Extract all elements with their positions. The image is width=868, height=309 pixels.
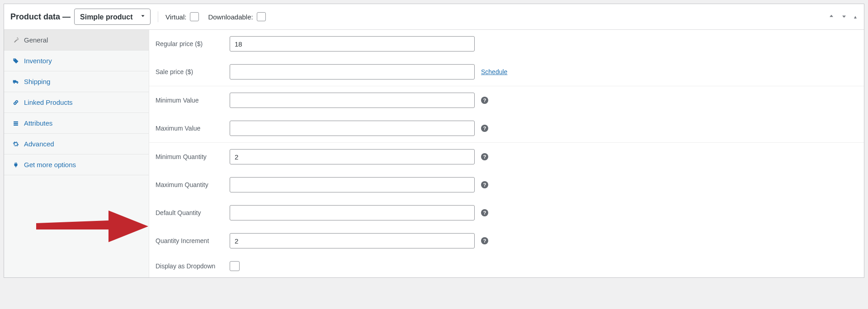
min-value-input[interactable] bbox=[230, 93, 475, 108]
max-value-row: Maximum Value ? bbox=[149, 114, 864, 142]
help-icon[interactable]: ? bbox=[481, 125, 488, 132]
virtual-checkbox[interactable] bbox=[190, 12, 199, 21]
tab-inventory[interactable]: Inventory bbox=[4, 51, 149, 71]
tab-get-more-options[interactable]: Get more options bbox=[4, 154, 149, 175]
move-up-icon[interactable] bbox=[828, 13, 835, 21]
product-data-panel: Product data — Simple product Virtual: D… bbox=[4, 4, 864, 278]
tab-linked-products[interactable]: Linked Products bbox=[4, 92, 149, 113]
virtual-label: Virtual: bbox=[165, 13, 186, 21]
tag-icon bbox=[12, 57, 19, 65]
move-down-icon[interactable] bbox=[840, 13, 848, 21]
regular-price-input[interactable] bbox=[230, 36, 475, 52]
qty-increment-row: Quantity Increment ? bbox=[149, 227, 864, 255]
tab-label: Linked Products bbox=[24, 98, 73, 106]
min-qty-input[interactable] bbox=[230, 149, 475, 164]
list-icon bbox=[12, 120, 19, 127]
downloadable-checkbox[interactable] bbox=[257, 12, 266, 21]
schedule-link[interactable]: Schedule bbox=[481, 68, 507, 75]
regular-price-row: Regular price ($) bbox=[149, 30, 864, 58]
help-icon[interactable]: ? bbox=[481, 153, 488, 160]
default-qty-input[interactable] bbox=[230, 205, 475, 220]
panel-header: Product data — Simple product Virtual: D… bbox=[4, 4, 864, 30]
link-icon bbox=[12, 99, 19, 106]
sale-price-input[interactable] bbox=[230, 64, 475, 80]
min-value-row: Minimum Value ? bbox=[149, 86, 864, 114]
field-label: Default Quantity bbox=[156, 209, 230, 216]
max-value-input[interactable] bbox=[230, 121, 475, 136]
display-dropdown-checkbox[interactable] bbox=[230, 261, 240, 271]
qty-increment-input[interactable] bbox=[230, 233, 475, 248]
tab-label: Attributes bbox=[24, 119, 52, 127]
min-qty-row: Minimum Quantity ? bbox=[149, 143, 864, 171]
sale-price-row: Sale price ($) Schedule bbox=[149, 58, 864, 86]
field-label: Maximum Value bbox=[156, 125, 230, 132]
wrench-icon bbox=[12, 37, 19, 44]
product-type-select[interactable]: Simple product bbox=[74, 9, 151, 25]
default-qty-row: Default Quantity ? bbox=[149, 199, 864, 227]
tab-general[interactable]: General bbox=[4, 30, 149, 51]
field-label: Sale price ($) bbox=[156, 68, 230, 75]
tab-attributes[interactable]: Attributes bbox=[4, 113, 149, 134]
max-qty-row: Maximum Quantity ? bbox=[149, 171, 864, 199]
field-label: Maximum Quantity bbox=[156, 181, 230, 188]
display-dropdown-row: Display as Dropdown bbox=[149, 255, 864, 277]
help-icon[interactable]: ? bbox=[481, 237, 488, 244]
help-icon[interactable]: ? bbox=[481, 209, 488, 216]
product-data-tabs: General Inventory Shipping Linked Produc… bbox=[4, 30, 149, 277]
tab-shipping[interactable]: Shipping bbox=[4, 71, 149, 92]
tab-label: General bbox=[24, 36, 48, 44]
tab-label: Get more options bbox=[24, 161, 76, 169]
help-icon[interactable]: ? bbox=[481, 181, 488, 188]
tab-label: Shipping bbox=[24, 78, 50, 85]
help-icon[interactable]: ? bbox=[481, 97, 488, 104]
collapse-toggle-icon[interactable]: ▲ bbox=[853, 14, 858, 19]
tab-label: Inventory bbox=[24, 57, 52, 65]
field-label: Display as Dropdown bbox=[156, 262, 230, 270]
general-tab-content: Regular price ($) Sale price ($) Schedul… bbox=[149, 30, 864, 277]
field-label: Minimum Value bbox=[156, 97, 230, 104]
max-qty-input[interactable] bbox=[230, 177, 475, 192]
downloadable-label: Downloadable: bbox=[208, 13, 253, 21]
separator bbox=[158, 11, 158, 22]
gear-icon bbox=[12, 140, 19, 148]
plug-icon bbox=[12, 161, 19, 169]
field-label: Regular price ($) bbox=[156, 40, 230, 47]
truck-icon bbox=[12, 78, 19, 85]
tab-advanced[interactable]: Advanced bbox=[4, 134, 149, 154]
field-label: Minimum Quantity bbox=[156, 153, 230, 160]
field-label: Quantity Increment bbox=[156, 237, 230, 244]
panel-title: Product data — bbox=[10, 12, 71, 22]
tab-label: Advanced bbox=[24, 140, 54, 148]
